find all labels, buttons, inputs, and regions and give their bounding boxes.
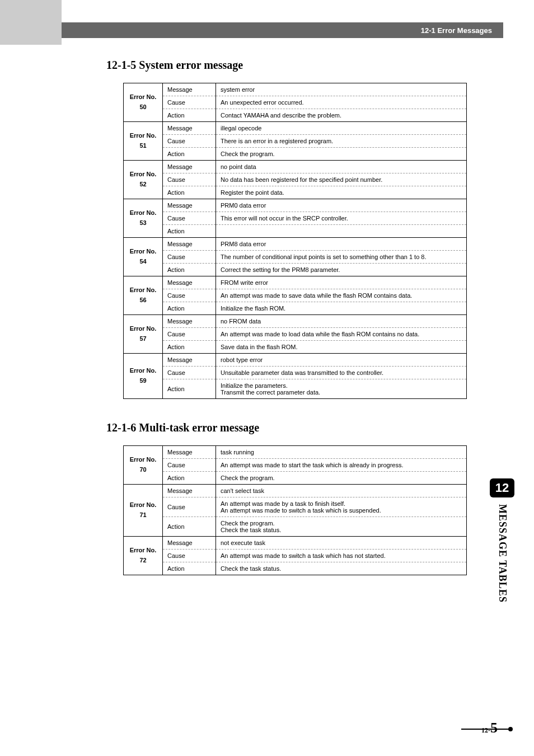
error-number-cell: Error No.52 [124, 161, 163, 199]
error-number-cell: Error No.51 [124, 122, 163, 161]
table-row: ActionInitialize the parameters.Transmit… [124, 379, 467, 399]
row-description: Initialize the parameters.Transmit the c… [216, 379, 467, 399]
row-label: Message [163, 238, 216, 251]
header-bar: 12-1 Error Messages [62, 22, 503, 38]
row-description: The number of conditional input points i… [216, 251, 467, 264]
row-label: Message [163, 315, 216, 328]
table-row: Error No.56MessageFROM write error [124, 276, 467, 289]
row-description: PRM0 data error [216, 199, 467, 212]
table-row: CauseThe number of conditional input poi… [124, 251, 467, 264]
row-description: An attempt was made by a task to finish … [216, 497, 467, 517]
row-description: can't select task [216, 485, 467, 497]
row-label: Action [163, 148, 216, 161]
row-description: illegal opecode [216, 122, 467, 135]
table-row: CauseThere is an error in a registered p… [124, 135, 467, 148]
row-description: Save data in the flash ROM. [216, 341, 467, 354]
row-label: Cause [163, 96, 216, 109]
table-row: Error No.54MessagePRM8 data error [124, 238, 467, 251]
error-number-cell: Error No.56 [124, 276, 163, 315]
row-label: Message [163, 485, 216, 497]
table-row: Error No.57Messageno FROM data [124, 315, 467, 328]
chapter-number-badge: 12 [490, 478, 514, 497]
row-label: Message [163, 276, 216, 289]
row-description: An attempt was made to save data while t… [216, 289, 467, 302]
row-label: Action [163, 341, 216, 354]
row-description: Correct the setting for the PRM8 paramet… [216, 264, 467, 276]
row-label: Cause [163, 367, 216, 379]
row-description: There is an error in a registered progra… [216, 135, 467, 148]
error-table: Error No.70Messagetask runningCauseAn at… [123, 445, 467, 575]
error-number-cell: Error No.50 [124, 83, 163, 122]
table-row: CauseAn attempt was made by a task to fi… [124, 497, 467, 517]
error-number-cell: Error No.57 [124, 315, 163, 354]
error-number-cell: Error No.54 [124, 238, 163, 276]
breadcrumb: 12-1 Error Messages [421, 26, 492, 35]
row-label: Action [163, 472, 216, 485]
row-description: no FROM data [216, 315, 467, 328]
row-label: Action [163, 379, 216, 399]
row-description: Check the task status. [216, 562, 467, 575]
row-label: Cause [163, 135, 216, 148]
table-row: ActionRegister the point data. [124, 186, 467, 199]
page-num-big: 5 [490, 720, 498, 736]
row-description: An attempt was made to switch a task whi… [216, 550, 467, 562]
row-description: task running [216, 446, 467, 459]
row-description: PRM8 data error [216, 238, 467, 251]
table-row: ActionContact YAMAHA and describe the pr… [124, 109, 467, 122]
table-row: CauseAn attempt was made to start the ta… [124, 459, 467, 472]
row-label: Cause [163, 459, 216, 472]
table-row: CauseAn unexpected error occurred. [124, 96, 467, 109]
table-row: CauseNo data has been registered for the… [124, 173, 467, 186]
row-label: Message [163, 83, 216, 96]
table-row: Error No.52Messageno point data [124, 161, 467, 173]
row-label: Cause [163, 550, 216, 562]
row-description: This error will not occur in the SRCP co… [216, 212, 467, 225]
row-description: Contact YAMAHA and describe the problem. [216, 109, 467, 122]
left-gray-strip [0, 0, 62, 45]
row-label: Action [163, 264, 216, 276]
row-label: Message [163, 199, 216, 212]
table-row: Error No.59Messagerobot type error [124, 354, 467, 367]
row-description: An attempt was made to load data while t… [216, 328, 467, 341]
table-row: CauseAn attempt was made to load data wh… [124, 328, 467, 341]
row-label: Message [163, 354, 216, 367]
row-label: Cause [163, 289, 216, 302]
row-description: Initialize the flash ROM. [216, 302, 467, 315]
row-description: Check the program. [216, 148, 467, 161]
row-description: system error [216, 83, 467, 96]
table-row: CauseThis error will not occur in the SR… [124, 212, 467, 225]
table-row: Error No.71Messagecan't select task [124, 485, 467, 497]
row-label: Action [163, 302, 216, 315]
row-label: Message [163, 122, 216, 135]
row-description: FROM write error [216, 276, 467, 289]
table-row: Error No.70Messagetask running [124, 446, 467, 459]
error-table: Error No.50Messagesystem errorCauseAn un… [123, 83, 467, 399]
table-row: CauseUnsuitable parameter data was trans… [124, 367, 467, 379]
page-prefix: 12- [481, 726, 490, 734]
table-row: Error No.53MessagePRM0 data error [124, 199, 467, 212]
row-label: Action [163, 517, 216, 537]
table-row: CauseAn attempt was made to save data wh… [124, 289, 467, 302]
table-row: ActionCheck the program. [124, 472, 467, 485]
row-label: Action [163, 186, 216, 199]
row-description: Unsuitable parameter data was transmitte… [216, 367, 467, 379]
row-description: Register the point data. [216, 186, 467, 199]
row-description: An unexpected error occurred. [216, 96, 467, 109]
row-label: Action [163, 562, 216, 575]
side-tab: 12 MESSAGE TABLES [490, 478, 514, 603]
row-label: Message [163, 161, 216, 173]
row-label: Message [163, 446, 216, 459]
table-row: Error No.51Messageillegal opecode [124, 122, 467, 135]
row-description: Check the program.Check the task status. [216, 517, 467, 537]
row-label: Cause [163, 328, 216, 341]
row-description: robot type error [216, 354, 467, 367]
row-label: Action [163, 109, 216, 122]
row-description: Check the program. [216, 472, 467, 485]
row-description: not execute task [216, 537, 467, 550]
error-number-cell: Error No.71 [124, 485, 163, 537]
content-area: 12-1-5 System error messageError No.50Me… [123, 59, 467, 598]
table-row: Error No.72Messagenot execute task [124, 537, 467, 550]
chapter-label: MESSAGE TABLES [496, 504, 508, 603]
row-label: Cause [163, 212, 216, 225]
table-row: CauseAn attempt was made to switch a tas… [124, 550, 467, 562]
